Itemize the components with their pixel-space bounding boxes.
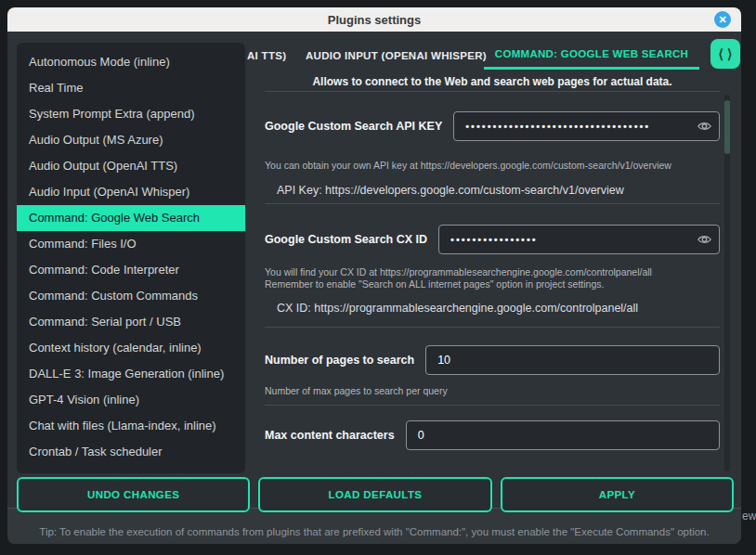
sidebar-item-audio-output-openai-tts[interactable]: Audio Output (OpenAI TTS) — [17, 153, 245, 179]
max-chars-input-wrap — [406, 420, 720, 450]
api-key-input[interactable] — [453, 111, 720, 141]
api-key-label: Google Custom Search API KEY — [265, 120, 442, 133]
api-key-help: You can obtain your own API key at https… — [265, 160, 720, 172]
plugin-description: Allows to connect to the Web and search … — [265, 75, 720, 88]
sidebar-item-autonomous-mode[interactable]: Autonomous Mode (inline) — [17, 49, 245, 75]
load-defaults-button[interactable]: LOAD DEFAULTS — [258, 477, 491, 512]
api-key-input-wrap — [453, 111, 720, 141]
pages-row: Number of pages to search — [265, 345, 720, 375]
cx-id-help-line2: Remember to enable "Search on ALL intern… — [265, 278, 720, 290]
tip-text: Tip: To enable the execution of commands… — [39, 526, 709, 537]
sidebar-item-real-time[interactable]: Real Time — [17, 75, 245, 101]
sidebar-item-crontab[interactable]: Crontab / Task scheduler — [17, 439, 245, 465]
eye-icon[interactable] — [697, 119, 712, 134]
footer-tip-bar: Tip: To enable the execution of commands… — [7, 508, 741, 544]
cx-id-row: Google Custom Search CX ID — [265, 225, 720, 254]
sidebar-item-google-web-search[interactable]: Command: Google Web Search — [17, 205, 245, 231]
sidebar-item-serial-port[interactable]: Command: Serial port / USB — [17, 309, 245, 335]
sidebar-item-audio-input-whisper[interactable]: Audio Input (OpenAI Whisper) — [17, 179, 245, 205]
footer-buttons: UNDO CHANGES LOAD DEFAULTS APPLY — [17, 477, 734, 512]
separator — [265, 203, 720, 204]
code-brackets-icon[interactable]: ⟨ ⟩ — [710, 39, 740, 69]
cx-id-help: You will find your CX ID at https://prog… — [265, 266, 720, 290]
sidebar-item-system-prompt-extra[interactable]: System Prompt Extra (append) — [17, 101, 245, 127]
pages-label: Number of pages to search — [265, 354, 414, 367]
cx-id-input-wrap — [438, 225, 720, 254]
api-key-link: API Key: https://developers.google.com/c… — [277, 184, 720, 197]
cx-id-link: CX ID: https://programmablesearchengine.… — [277, 302, 720, 315]
api-key-row: Google Custom Search API KEY — [265, 111, 720, 141]
background-window-text-fragment: ew — [742, 510, 756, 523]
screen: ew Plugins settings ✕ AI TTS) AUDIO INPU… — [0, 0, 756, 555]
sidebar-item-audio-output-azure[interactable]: Audio Output (MS Azure) — [17, 127, 245, 153]
window-title: Plugins settings — [328, 13, 421, 27]
tab-command-google-web-search[interactable]: COMMAND: GOOGLE WEB SEARCH — [484, 41, 699, 70]
max-chars-row: Max content characters — [265, 420, 720, 450]
cx-id-help-line1: You will find your CX ID at https://prog… — [265, 266, 720, 278]
scrollbar-thumb[interactable] — [724, 100, 730, 154]
sidebar-item-custom-commands[interactable]: Command: Custom Commands — [17, 283, 245, 309]
tab-audio-input[interactable]: AUDIO INPUT (OPENAI WHISPER) — [306, 41, 487, 70]
eye-icon[interactable] — [697, 232, 712, 247]
sidebar-item-chat-with-files[interactable]: Chat with files (Llama-index, inline) — [17, 413, 245, 439]
cx-id-label: Google Custom Search CX ID — [265, 233, 427, 246]
sidebar-item-context-history[interactable]: Context history (calendar, inline) — [17, 335, 245, 361]
separator — [265, 405, 720, 406]
close-icon[interactable]: ✕ — [714, 11, 731, 28]
sidebar-item-gpt4-vision[interactable]: GPT-4 Vision (inline) — [17, 387, 245, 413]
separator — [265, 91, 720, 92]
sidebar-item-files-io[interactable]: Command: Files I/O — [17, 231, 245, 257]
plugins-sidebar: Autonomous Mode (inline) Real Time Syste… — [17, 43, 245, 473]
undo-changes-button[interactable]: UNDO CHANGES — [17, 477, 250, 512]
titlebar: Plugins settings ✕ — [7, 7, 741, 32]
pages-help: Number of max pages to search per query — [265, 385, 720, 397]
pages-input-wrap — [425, 345, 720, 375]
pages-input[interactable] — [425, 345, 720, 375]
sidebar-item-dalle3[interactable]: DALL-E 3: Image Generation (inline) — [17, 361, 245, 387]
plugins-settings-dialog: Plugins settings ✕ AI TTS) AUDIO INPUT (… — [7, 7, 741, 544]
sidebar-item-code-interpreter[interactable]: Command: Code Interpreter — [17, 257, 245, 283]
apply-button[interactable]: APPLY — [501, 477, 734, 512]
max-chars-label: Max content characters — [265, 429, 395, 442]
cx-id-input[interactable] — [438, 225, 720, 254]
content-scrollbar[interactable] — [724, 95, 730, 471]
tab-audio-output-clipped[interactable]: AI TTS) — [247, 41, 286, 70]
max-chars-input[interactable] — [406, 420, 720, 450]
separator — [265, 327, 720, 328]
